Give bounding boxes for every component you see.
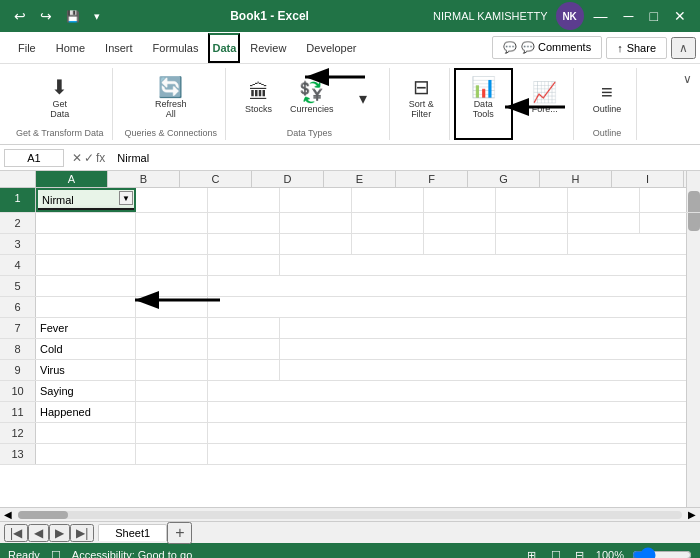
cell-c9[interactable] [208, 360, 280, 380]
get-data-button[interactable]: ⬇ GetData [42, 74, 78, 122]
sheet-nav-first[interactable]: |◀ [4, 524, 28, 542]
col-header-d[interactable]: D [252, 171, 324, 187]
formula-input[interactable] [113, 150, 696, 166]
cell-g2[interactable] [496, 213, 568, 233]
ribbon-collapse-button[interactable]: ∧ [671, 37, 696, 59]
cell-b2[interactable] [136, 213, 208, 233]
page-layout-icon[interactable]: ☐ [548, 547, 564, 558]
grid-view-icon[interactable]: ⊞ [524, 547, 540, 558]
sheet-nav-last[interactable]: ▶| [70, 524, 94, 542]
col-header-a[interactable]: A [36, 171, 108, 187]
ribbon-toggle[interactable]: — [588, 6, 614, 26]
cell-b12[interactable] [136, 423, 208, 443]
cell-b11[interactable] [136, 402, 208, 422]
cell-h1[interactable] [568, 188, 640, 212]
cell-h2[interactable] [568, 213, 640, 233]
close-button[interactable]: ✕ [668, 6, 692, 26]
cell-a10[interactable]: Saying [36, 381, 136, 401]
tab-data[interactable]: Data [208, 33, 240, 63]
h-scroll-thumb[interactable] [18, 511, 68, 519]
tab-home[interactable]: Home [46, 33, 95, 63]
share-button[interactable]: ↑ Share [606, 37, 667, 59]
cell-b9[interactable] [136, 360, 208, 380]
confirm-formula-icon[interactable]: ✓ [84, 151, 94, 165]
cell-a6[interactable] [36, 297, 136, 317]
dropdown-list[interactable]: Nirmal Shushant Jhanvi Sai Boon Aiju Fev… [38, 208, 136, 212]
refresh-all-button[interactable]: 🔄 RefreshAll [148, 74, 194, 122]
sheet-tab-sheet1[interactable]: Sheet1 [98, 524, 167, 541]
forecast-button[interactable]: 📈 Fore... [525, 79, 565, 117]
cell-i1[interactable] [640, 188, 700, 212]
cell-g3[interactable] [496, 234, 568, 254]
data-tools-button[interactable]: 📊 DataTools [464, 74, 503, 122]
cell-b1[interactable] [136, 188, 208, 212]
vertical-scrollbar[interactable] [686, 171, 700, 507]
scroll-right-button[interactable]: ▶ [684, 509, 700, 520]
tab-formulas[interactable]: Formulas [143, 33, 209, 63]
col-header-i[interactable]: I [612, 171, 684, 187]
col-header-f[interactable]: F [396, 171, 468, 187]
ribbon-collapse-right[interactable]: ∨ [683, 72, 692, 86]
user-avatar[interactable]: NK [556, 2, 584, 30]
sort-filter-button[interactable]: ⊟ Sort &Filter [402, 74, 441, 122]
undo-button[interactable]: ↩ [8, 6, 32, 26]
tab-insert[interactable]: Insert [95, 33, 143, 63]
maximize-button[interactable]: □ [644, 6, 664, 26]
stocks-button[interactable]: 🏛 Stocks [238, 79, 279, 117]
zoom-slider[interactable] [632, 547, 692, 558]
cell-b8[interactable] [136, 339, 208, 359]
add-sheet-button[interactable]: + [167, 522, 192, 544]
cell-e2[interactable] [352, 213, 424, 233]
outline-button[interactable]: ≡ Outline [586, 79, 629, 117]
quick-access-icon[interactable]: ▾ [88, 7, 106, 25]
comments-button[interactable]: 💬 💬 Comments [492, 36, 602, 59]
cell-d3[interactable] [280, 234, 352, 254]
dropdown-trigger[interactable]: ▼ [119, 191, 133, 205]
col-header-c[interactable]: C [180, 171, 252, 187]
cell-b6[interactable] [136, 297, 208, 317]
currencies-button[interactable]: 💱 Currencies [283, 79, 341, 117]
cell-d1[interactable] [280, 188, 352, 212]
cell-c4[interactable] [208, 255, 280, 275]
cell-a9[interactable]: Virus [36, 360, 136, 380]
save-icon[interactable]: 💾 [64, 7, 82, 25]
redo-button[interactable]: ↪ [34, 6, 58, 26]
cell-c7[interactable] [208, 318, 280, 338]
data-types-more-button[interactable]: ▾ [345, 86, 381, 111]
sheet-nav-prev[interactable]: ◀ [28, 524, 49, 542]
col-header-g[interactable]: G [468, 171, 540, 187]
cell-c8[interactable] [208, 339, 280, 359]
cell-f1[interactable] [424, 188, 496, 212]
cell-a13[interactable] [36, 444, 136, 464]
cell-c3[interactable] [208, 234, 280, 254]
h-scroll-track[interactable] [18, 511, 682, 519]
page-break-icon[interactable]: ⊟ [572, 547, 588, 558]
cell-a8[interactable]: Cold [36, 339, 136, 359]
cell-e1[interactable] [352, 188, 424, 212]
status-icon-1[interactable]: ☐ [48, 547, 64, 558]
cell-reference-input[interactable] [4, 149, 64, 167]
col-header-e[interactable]: E [324, 171, 396, 187]
cell-a5[interactable] [36, 276, 136, 296]
cell-b4[interactable] [136, 255, 208, 275]
cell-a7[interactable]: Fever [36, 318, 136, 338]
cell-c2[interactable] [208, 213, 280, 233]
cell-a1[interactable]: Nirmal ▼ Nirmal Shushant Jhanvi Sai Boon… [36, 188, 136, 212]
tab-file[interactable]: File [8, 33, 46, 63]
cell-e3[interactable] [352, 234, 424, 254]
sheet-nav-next[interactable]: ▶ [49, 524, 70, 542]
tab-review[interactable]: Review [240, 33, 296, 63]
cell-b10[interactable] [136, 381, 208, 401]
col-header-b[interactable]: B [108, 171, 180, 187]
cell-b7[interactable] [136, 318, 208, 338]
cancel-formula-icon[interactable]: ✕ [72, 151, 82, 165]
cell-b13[interactable] [136, 444, 208, 464]
cell-d2[interactable] [280, 213, 352, 233]
cell-f3[interactable] [424, 234, 496, 254]
cell-a4[interactable] [36, 255, 136, 275]
cell-b5[interactable] [136, 276, 208, 296]
col-header-h[interactable]: H [540, 171, 612, 187]
cell-c1[interactable] [208, 188, 280, 212]
minimize-button[interactable]: ─ [618, 6, 640, 26]
cell-a11[interactable]: Happened [36, 402, 136, 422]
